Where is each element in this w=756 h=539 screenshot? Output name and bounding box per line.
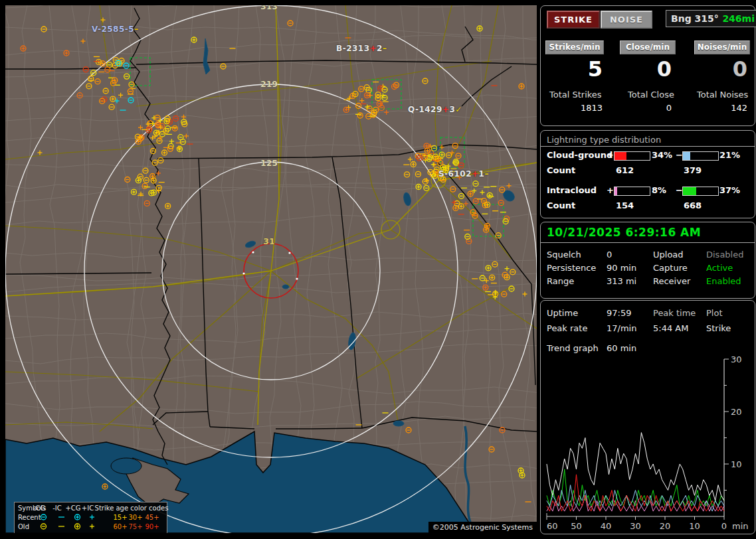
svg-text:219: 219 [260,79,278,89]
svg-text:50: 50 [571,521,582,531]
divider [541,242,755,243]
total-noises-label: Total Noises [697,90,748,100]
svg-text:10: 10 [731,459,742,469]
distribution-panel: Lightning type distribution Cloud-ground… [540,130,755,218]
copyright-text: ©2005 Astrogenic Systems [428,522,537,533]
receiver-status: Enabled [706,276,741,286]
close-per-min-chip: Close/min [620,40,676,54]
svg-text:125: 125 [260,158,278,168]
receiver-label: Receiver [653,276,690,286]
close-rate-value: 0 [620,56,672,82]
strikes-rate-value: 5 [545,56,603,82]
range-label: Range [547,276,574,286]
ic-count-label: Count [547,200,575,210]
noises-per-min-chip: Noises/min [694,40,750,54]
strikes-per-min-chip: Strikes/min [545,40,604,54]
ic-neg-pct: 37% [719,185,740,195]
map-panel[interactable]: 31321912531 V-2585-5–B-2313+2–Q-1429+3✓S… [5,5,537,533]
cg-pos-pct: 34% [652,150,672,160]
ic-pos-pct: 8% [652,185,666,195]
cg-pos-bar [614,151,650,161]
ic-pos-bar [614,187,650,196]
status-panel: 10/21/2025 6:29:16 AM Squelch 0 Upload D… [540,222,755,299]
cg-neg-bar [682,151,719,161]
counter-panel: STRIKE NOISE Bng 315° 246mi Strikes/min … [540,5,755,126]
ic-neg-count: 668 [684,200,702,210]
squelch-label: Squelch [547,250,581,260]
divider [541,146,755,147]
svg-text:31: 31 [263,236,274,246]
total-strikes-label: Total Strikes [549,90,602,100]
cg-neg-pct: 21% [719,150,740,160]
svg-text:313: 313 [260,5,278,11]
svg-text:0: 0 [721,521,727,531]
cloud-ground-label: Cloud-ground [547,150,613,160]
strike-mode-button[interactable]: STRIKE [547,11,600,29]
cg-count-label: Count [547,165,575,175]
svg-text:40: 40 [601,521,612,531]
plus-sign: + [607,150,614,160]
total-strikes-value: 1813 [549,103,603,113]
svg-text:min: min [732,521,749,531]
total-close-label: Total Close [628,90,674,100]
svg-text:10: 10 [689,521,700,531]
svg-text:30: 30 [630,521,641,531]
bearing-distance: 246mi [722,13,755,24]
map-canvas[interactable]: 31321912531 [5,5,537,533]
svg-text:20: 20 [731,407,742,417]
symbols-legend: Symbols-CG-IC+CG+ICStrike age color code… [14,502,167,533]
total-noises-value: 142 [697,103,747,113]
trend-panel: Uptime 97:59 Peak time Plot Peak rate 17… [540,300,755,534]
noise-mode-button[interactable]: NOISE [601,11,652,29]
bearing-label: Bng 315° [671,13,719,24]
svg-text:60: 60 [547,521,558,531]
trend-chart: 1020306050403020100min [541,301,755,534]
storm-cell-label: S-6102+1– [438,169,489,179]
capture-label: Capture [653,263,688,273]
capture-status: Active [706,263,733,273]
persistence-value: 90 min [607,263,636,273]
storm-cell-label: V-2585-5– [92,25,139,34]
legend-old-label: Old [18,522,29,531]
squelch-value: 0 [607,250,612,260]
storm-cell-label: Q-1429+3✓ [408,105,462,114]
datetime-display: 10/21/2025 6:29:16 AM [547,226,701,239]
storm-cell-label: B-2313+2– [336,44,387,53]
distribution-title: Lightning type distribution [547,135,661,145]
range-value: 313 mi [607,276,636,286]
svg-text:30: 30 [731,354,742,364]
legend-recent-label: Recent [18,513,41,522]
svg-text:20: 20 [660,521,671,531]
cg-neg-count: 379 [684,165,702,175]
noises-rate-value: 0 [694,56,747,82]
ic-pos-count: 154 [616,200,634,210]
ic-neg-bar [682,187,719,196]
plus-sign: + [607,185,614,195]
persistence-label: Persistence [547,263,596,273]
nexstorm-app: { "toolbar": { "strike_button": "STRIKE"… [0,0,756,539]
legend-age-header: Strike age color codes [95,504,169,512]
cg-pos-count: 612 [616,165,634,175]
bearing-readout: Bng 315° 246mi [666,10,756,27]
total-close-value: 0 [628,103,672,113]
upload-label: Upload [653,250,684,260]
upload-status: Disabled [706,250,743,260]
intracloud-label: Intracloud [547,185,597,195]
